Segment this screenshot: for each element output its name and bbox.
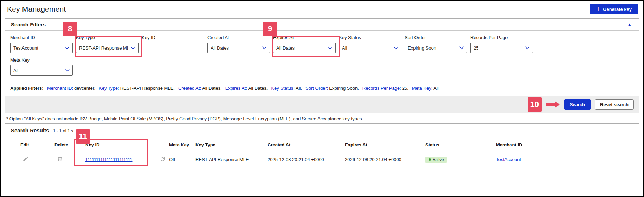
page-title: Key Management [7, 4, 66, 13]
filter-key-id: Key ID [142, 35, 204, 53]
applied-pair: Key Status:All, [271, 85, 302, 91]
annotation-badge-9: 9 [263, 22, 277, 36]
annotation-badge-8: 8 [63, 22, 77, 36]
edit-pencil-icon[interactable] [22, 156, 29, 162]
status-dot-icon [429, 158, 431, 161]
generate-key-button[interactable]: + Generate key [590, 4, 638, 14]
actions-row: 10 Search Reset search [5, 96, 639, 113]
filters-row-1: Merchant ID TestAccount Key Type REST-AP… [10, 35, 634, 53]
applied-pair: Created At:All Dates, [178, 85, 222, 91]
applied-pair: Merchant ID:devcenter, [47, 85, 95, 91]
key-type-cell: REST-API Response MLE [195, 157, 268, 162]
created-at-label: Created At [207, 35, 270, 40]
filter-created-at: Created At All Dates [207, 35, 270, 53]
meta-key-cell: Off [169, 157, 195, 162]
key-type-label: Key Type [76, 35, 139, 40]
records-per-page-label: Records Per Page [470, 35, 533, 40]
topbar: Key Management + Generate key [1, 1, 643, 18]
key-type-select[interactable]: REST-API Response MLE [76, 43, 139, 53]
collapse-arrow-icon[interactable]: ▲ [627, 22, 632, 27]
annotation-arrow-icon [546, 101, 560, 108]
generate-key-label: Generate key [603, 7, 632, 12]
column-header-key-id: Key ID [85, 142, 160, 147]
column-header-status: Status [425, 142, 496, 147]
filter-sort-order: Sort Order Expiring Soon [405, 35, 467, 53]
expires-at-label: Expires At [273, 35, 336, 40]
search-results-title: Search Results [11, 127, 49, 133]
table-row: 1111111111111111111111 Off REST-API Resp… [20, 151, 632, 168]
applied-filters: Applied Filters:Merchant ID:devcenter,Ke… [5, 81, 639, 96]
sort-order-select[interactable]: Expiring Soon [405, 43, 467, 53]
merchant-id-select[interactable]: TestAccount [10, 43, 73, 53]
status-label: Active [433, 158, 444, 162]
key-status-value: All [342, 45, 347, 51]
chevron-down-icon [328, 46, 333, 50]
chevron-down-icon [525, 46, 530, 50]
table-header-row: Edit Delete Key ID Meta Key Key Type Cre… [20, 137, 632, 151]
key-status-select[interactable]: All [339, 43, 401, 53]
search-results-panel: Search Results 1 - 1 of 1 s Edit Delete … [5, 123, 639, 197]
filters-row-2: Meta Key All [10, 57, 634, 76]
column-header-meta-key: Meta Key [169, 142, 195, 147]
filter-merchant-id: Merchant ID TestAccount [10, 35, 73, 53]
filter-records-per-page: Records Per Page 25 [470, 35, 533, 53]
reset-search-button[interactable]: Reset search [595, 99, 634, 110]
expires-at-cell: 2026-12-08 20:21:04 +0000 [345, 157, 425, 162]
applied-pair: Records Per Page:25, [362, 85, 408, 91]
expires-at-select[interactable]: All Dates [273, 43, 336, 53]
search-results-header: Search Results 1 - 1 of 1 s [5, 124, 639, 137]
status-badge: Active [425, 157, 447, 163]
search-filters-title: Search Filters [11, 21, 46, 27]
records-per-page-value: 25 [474, 45, 478, 51]
expires-at-value: All Dates [276, 45, 295, 51]
filter-key-type: Key Type REST-API Response MLE [76, 35, 139, 53]
applied-filters-label: Applied Filters: [10, 85, 44, 91]
search-button[interactable]: Search [564, 99, 591, 110]
filter-key-status: Key Status All [339, 35, 401, 53]
key-type-value: REST-API Response MLE [79, 45, 128, 51]
plus-icon: + [596, 6, 600, 12]
applied-pair: Sort Order:Expiring Soon, [305, 85, 359, 91]
filters-body: Merchant ID TestAccount Key Type REST-AP… [5, 31, 639, 81]
column-header-edit: Edit [20, 142, 54, 147]
filter-meta-key: Meta Key All [10, 57, 73, 76]
annotation-badge-11: 11 [76, 129, 90, 144]
records-per-page-select[interactable]: 25 [470, 43, 533, 53]
column-header-key-type: Key Type [195, 142, 268, 147]
sort-order-value: Expiring Soon [408, 45, 436, 51]
column-header-expires-at: Expires At [345, 142, 425, 147]
chevron-down-icon [393, 46, 398, 50]
results-count: 1 - 1 of 1 s [53, 128, 73, 133]
all-keys-note: * Option "All Keys" does not include ISV… [6, 116, 643, 121]
search-filters-header: Search Filters ▲ [5, 19, 639, 31]
column-header-merchant-id: Merchant ID [496, 142, 632, 147]
sort-order-label: Sort Order [405, 35, 467, 40]
chevron-down-icon [459, 46, 464, 50]
merchant-id-value: TestAccount [13, 45, 38, 51]
filter-expires-at: Expires At All Dates [273, 35, 336, 53]
key-id-link[interactable]: 1111111111111111111111 [85, 157, 132, 162]
column-header-blank [160, 142, 169, 147]
key-id-input[interactable] [142, 43, 204, 53]
chevron-down-icon [130, 46, 135, 50]
chevron-down-icon [65, 46, 70, 50]
annotation-badge-10: 10 [528, 97, 542, 112]
rotate-key-icon[interactable] [160, 157, 165, 162]
results-table: Edit Delete Key ID Meta Key Key Type Cre… [5, 137, 639, 168]
meta-key-label: Meta Key [10, 57, 73, 63]
applied-pair: Meta Key:All [412, 85, 439, 91]
meta-key-value: All [13, 68, 18, 73]
applied-pair: Expires At:All Dates, [225, 85, 268, 91]
chevron-down-icon [65, 69, 70, 72]
key-status-label: Key Status [339, 35, 401, 40]
key-id-label: Key ID [142, 35, 204, 40]
created-at-value: All Dates [211, 45, 229, 51]
applied-pair: Key Type:REST-API Response MLE, [99, 85, 175, 91]
meta-key-select[interactable]: All [10, 65, 73, 76]
search-filters-panel: Search Filters ▲ Merchant ID TestAccount… [5, 18, 639, 113]
chevron-down-icon [262, 46, 267, 50]
delete-trash-icon[interactable] [57, 156, 63, 162]
created-at-select[interactable]: All Dates [207, 43, 270, 53]
key-management-page: Key Management + Generate key Search Fil… [0, 0, 644, 197]
merchant-id-link[interactable]: TestAccount [496, 157, 521, 162]
